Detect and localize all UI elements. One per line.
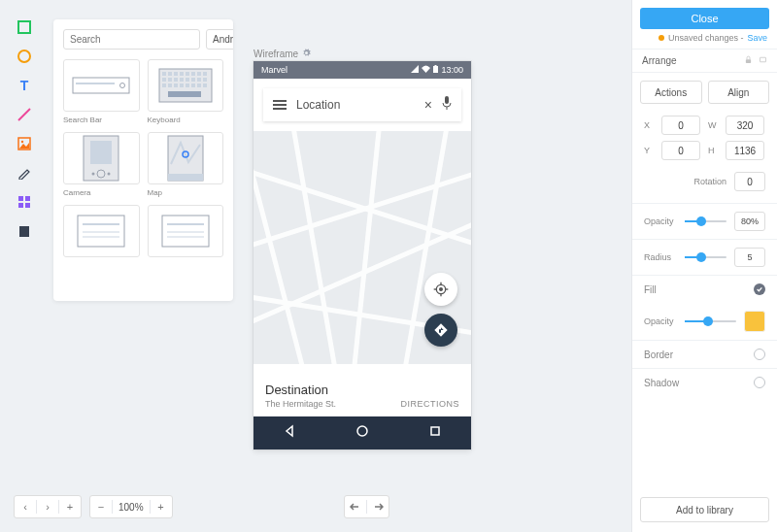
svg-rect-0 (18, 21, 30, 33)
x-input[interactable] (661, 116, 700, 135)
statusbar-time: 13:00 (441, 65, 463, 75)
tool-circle[interactable] (17, 49, 32, 64)
svg-rect-5 (18, 196, 23, 201)
svg-point-61 (440, 288, 443, 291)
tool-image[interactable] (17, 136, 32, 151)
library-platform-select[interactable]: Android (206, 29, 233, 50)
svg-rect-9 (19, 228, 29, 237)
gear-icon[interactable] (302, 49, 311, 59)
svg-rect-18 (180, 72, 184, 76)
redo-button[interactable] (367, 496, 388, 517)
rotation-input[interactable] (734, 172, 765, 191)
directions-fab[interactable] (424, 314, 457, 347)
clear-icon[interactable]: × (424, 97, 432, 113)
destination-subtitle: The Hermitage St. (265, 399, 336, 409)
nav-back-icon[interactable] (283, 424, 296, 442)
zoom-out-button[interactable]: − (90, 496, 112, 517)
fill-opacity-label: Opacity (644, 316, 677, 326)
library-item-searchbar[interactable]: Search Bar (63, 59, 140, 124)
hamburger-icon[interactable] (273, 100, 287, 110)
svg-rect-39 (168, 91, 201, 97)
svg-rect-25 (174, 78, 178, 82)
unsaved-dot-icon (659, 35, 664, 41)
opacity-input[interactable] (734, 212, 765, 231)
library-item-blank[interactable] (63, 205, 140, 257)
fill-enabled-icon[interactable] (754, 283, 765, 295)
battery-icon (433, 65, 438, 75)
unsaved-text: Unsaved changes - (668, 33, 744, 43)
statusbar-title: Marvel (261, 65, 287, 75)
radius-input[interactable] (734, 248, 765, 267)
page-next-button[interactable]: › (37, 496, 58, 517)
svg-rect-30 (203, 78, 207, 82)
add-to-library-button[interactable]: Add to library (640, 497, 769, 522)
visibility-icon[interactable] (759, 55, 767, 66)
nav-home-icon[interactable] (355, 424, 369, 442)
zoom-value: 100% (113, 502, 150, 513)
shadow-toggle[interactable] (754, 377, 765, 388)
radius-slider[interactable] (685, 256, 726, 258)
svg-rect-48 (78, 216, 124, 247)
svg-rect-37 (197, 83, 201, 87)
svg-rect-58 (445, 96, 449, 104)
h-input[interactable] (726, 141, 764, 160)
fill-opacity-row: Opacity (632, 303, 777, 340)
svg-rect-21 (197, 72, 201, 76)
w-input[interactable] (726, 116, 764, 135)
lock-icon[interactable] (744, 55, 753, 66)
svg-rect-19 (186, 72, 189, 76)
undo-button[interactable] (345, 496, 366, 517)
fill-opacity-slider[interactable] (685, 320, 736, 322)
page-prev-button[interactable]: ‹ (15, 496, 36, 517)
library-item-blank[interactable] (148, 205, 224, 257)
align-button[interactable]: Align (708, 81, 770, 104)
fill-color-swatch[interactable] (744, 311, 765, 332)
map-view[interactable] (253, 131, 471, 364)
page-add-button[interactable]: + (59, 496, 81, 517)
border-toggle[interactable] (754, 349, 765, 360)
artboard-label[interactable]: Wireframe (253, 49, 311, 59)
svg-point-4 (21, 141, 23, 143)
destination-card[interactable]: Destination The Hermitage St. DIRECTIONS (253, 364, 471, 416)
svg-rect-7 (18, 203, 23, 208)
tool-line[interactable] (17, 107, 32, 122)
map-search-bar[interactable]: Location × (263, 88, 461, 121)
undo-redo-group (344, 495, 389, 518)
y-input[interactable] (661, 141, 700, 160)
opacity-slider[interactable] (685, 220, 726, 222)
phone-artboard[interactable]: Marvel 13:00 Location × Destina (253, 61, 471, 449)
close-button[interactable]: Close (640, 8, 769, 29)
svg-rect-23 (162, 78, 166, 82)
locate-fab[interactable] (424, 273, 457, 306)
x-label: X (644, 120, 654, 130)
border-row[interactable]: Border (632, 340, 777, 368)
tool-text[interactable]: T (17, 78, 32, 93)
tool-pen[interactable] (17, 165, 32, 181)
mic-icon[interactable] (442, 96, 452, 114)
tool-rectangle[interactable] (17, 19, 32, 35)
svg-rect-47 (168, 174, 203, 181)
save-link[interactable]: Save (747, 33, 767, 43)
nav-recent-icon[interactable] (428, 424, 442, 442)
svg-rect-41 (90, 141, 112, 164)
library-item-keyboard[interactable]: Keyboard (148, 59, 224, 124)
tool-components[interactable] (17, 194, 32, 210)
library-item-camera[interactable]: Camera (63, 132, 140, 197)
zoom-in-button[interactable]: + (151, 496, 172, 517)
library-panel: Android Search Bar Keyboard Camera Map (53, 19, 233, 301)
status-bar: Marvel 13:00 (253, 61, 471, 79)
library-item-map[interactable]: Map (148, 132, 224, 197)
library-search-input[interactable] (63, 29, 200, 50)
svg-rect-8 (25, 203, 30, 208)
rotation-label: Rotation (693, 177, 726, 186)
actions-button[interactable]: Actions (640, 81, 702, 104)
svg-rect-17 (174, 72, 178, 76)
border-label: Border (644, 349, 673, 360)
svg-rect-20 (191, 72, 195, 76)
tool-artboard[interactable] (17, 223, 32, 239)
svg-rect-57 (435, 65, 437, 66)
svg-rect-15 (162, 72, 166, 76)
shadow-label: Shadow (644, 378, 679, 388)
shadow-row[interactable]: Shadow (632, 368, 777, 396)
directions-link[interactable]: DIRECTIONS (400, 399, 459, 409)
